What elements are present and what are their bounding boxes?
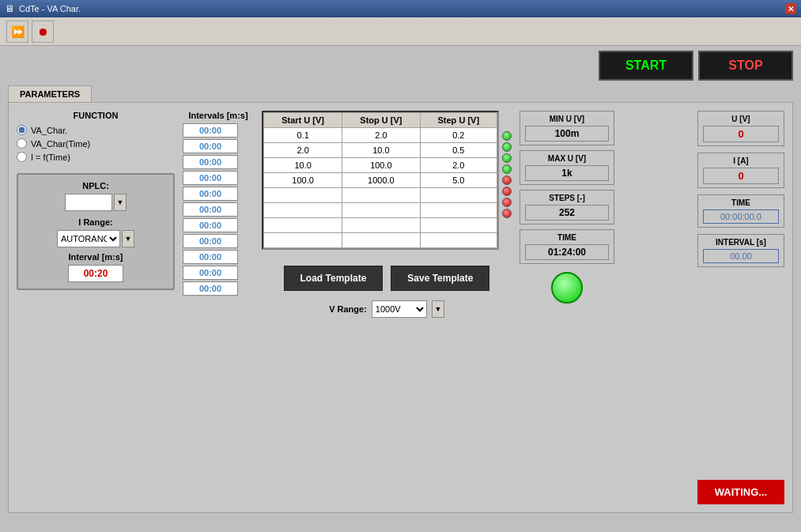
u-reading-label: U [V] (703, 115, 779, 123)
cell-step-3: 5.0 (420, 173, 497, 188)
waiting-button[interactable]: WAITING... (697, 480, 784, 504)
interval-item-1[interactable]: 00:00 (183, 139, 238, 153)
radio-va-char-time-label: VA_Char(Time) (31, 139, 90, 149)
interval-list: 00:00 00:00 00:00 00:00 00:00 00:00 00:0… (183, 123, 254, 296)
nplc-spinner[interactable]: ▼ (114, 194, 127, 211)
col-stop-u: Stop U [V] (342, 113, 420, 128)
steps-label: STEPS [-] (525, 194, 609, 202)
table-row[interactable]: 0.1 2.0 0.2 (264, 128, 497, 143)
cell-step-7 (420, 233, 497, 248)
title-bar: 🖥 CdTe - VA Char. ✕ (0, 0, 801, 17)
time-reading-value: 00:00:00.0 (703, 209, 779, 224)
i-reading-box: I [A] 0 (697, 153, 784, 188)
radio-i-f-time-label: I = f(Time) (31, 153, 70, 162)
cell-stop-2: 100.0 (342, 158, 420, 173)
toolbar-forward-btn[interactable]: ⏩ (6, 21, 28, 43)
radio-va-char[interactable]: VA_Char. (17, 125, 175, 135)
toolbar-stop-btn[interactable]: ⏺ (32, 21, 54, 43)
intervals-header: Intervals [m:s] (183, 111, 254, 120)
table-row[interactable]: 100.0 1000.0 5.0 (264, 173, 497, 188)
radio-va-char-time-input[interactable] (17, 138, 27, 149)
cell-stop-1: 10.0 (342, 143, 420, 158)
vrange-arrow[interactable]: ▼ (432, 300, 444, 318)
min-u-label: MIN U [V] (525, 115, 609, 123)
interval-item-4[interactable]: 00:00 (183, 187, 238, 201)
irange-select[interactable]: AUTORANG (57, 230, 120, 247)
cell-start-7 (264, 233, 342, 248)
interval-item-2[interactable]: 00:00 (183, 155, 238, 169)
u-reading-value: 0 (703, 126, 779, 142)
interval-reading-label: INTERVAL [s] (703, 238, 779, 247)
interval-value[interactable]: 00:20 (68, 265, 123, 282)
start-button[interactable]: START (599, 51, 693, 81)
save-template-button[interactable]: Save Template (391, 266, 489, 291)
cell-start-4 (264, 188, 342, 203)
radio-i-f-time[interactable]: I = f(Time) (17, 152, 175, 162)
indicator-7 (502, 209, 512, 218)
vrange-select[interactable]: 1000V (372, 300, 427, 318)
interval-reading-box: INTERVAL [s] 00.00 (697, 234, 784, 267)
top-bar: START STOP (8, 51, 793, 81)
vrange-label: V Range: (329, 304, 367, 314)
table-row[interactable]: 10.0 100.0 2.0 (264, 158, 497, 173)
radio-va-char-time[interactable]: VA_Char(Time) (17, 138, 175, 149)
stop-button[interactable]: STOP (698, 51, 793, 81)
min-u-value[interactable]: 100m (525, 126, 609, 141)
readings-section: U [V] 0 I [A] 0 TIME 00:00:00.0 INTERVAL… (697, 111, 784, 504)
parameters-panel: FUNCTION VA_Char. VA_Char(Time) I = f(Ti… (8, 102, 793, 513)
cell-stop-4 (342, 188, 420, 203)
nplc-box: NPLC: 1 ▼ I Range: AUTORANG ▼ Interval [… (17, 173, 175, 290)
cell-step-2: 2.0 (420, 158, 497, 173)
indicator-2 (502, 153, 512, 163)
steps-group: STEPS [-] 252 (520, 190, 614, 224)
table-row[interactable] (264, 188, 497, 203)
time-value[interactable]: 01:24:00 (525, 244, 609, 260)
template-buttons: Load Template Save Template (284, 266, 490, 291)
indicator-4 (502, 175, 512, 185)
table-row[interactable]: 2.0 10.0 0.5 (264, 143, 497, 158)
tab-bar: PARAMETERS (8, 85, 793, 102)
i-reading-label: I [A] (703, 157, 779, 165)
table-row[interactable] (264, 203, 497, 218)
interval-item-10[interactable]: 00:00 (183, 281, 238, 296)
radio-va-char-input[interactable] (17, 125, 27, 135)
time-label: TIME (525, 233, 609, 242)
tab-parameters[interactable]: PARAMETERS (8, 85, 92, 102)
indicator-1 (502, 142, 512, 152)
right-controls: MIN U [V] 100m MAX U [V] 1k STEPS [-] 25… (520, 111, 614, 504)
table-row[interactable] (264, 233, 497, 248)
interval-item-9[interactable]: 00:00 (183, 266, 238, 280)
indicator-0 (502, 131, 512, 141)
radio-i-f-time-input[interactable] (17, 152, 27, 162)
toolbar: ⏩ ⏺ (0, 17, 801, 46)
radio-va-char-label: VA_Char. (31, 126, 67, 135)
interval-item-7[interactable]: 00:00 (183, 234, 238, 248)
interval-item-6[interactable]: 00:00 (183, 218, 238, 232)
min-u-group: MIN U [V] 100m (520, 111, 614, 145)
function-label: FUNCTION (17, 111, 175, 120)
max-u-label: MAX U [V] (525, 154, 609, 163)
col-step-u: Step U [V] (420, 113, 497, 128)
nplc-input[interactable]: 1 (65, 194, 112, 211)
cell-stop-5 (342, 203, 420, 218)
indicator-6 (502, 198, 512, 207)
time-reading-label: TIME (703, 198, 779, 207)
interval-item-5[interactable]: 00:00 (183, 202, 238, 217)
cell-stop-0: 2.0 (342, 128, 420, 143)
load-template-button[interactable]: Load Template (284, 266, 383, 291)
center-section: Start U [V] Stop U [V] Step U [V] 0.1 2.… (262, 111, 512, 504)
interval-item-3[interactable]: 00:00 (183, 171, 238, 185)
table-row[interactable] (264, 218, 497, 233)
interval-item-8[interactable]: 00:00 (183, 250, 238, 264)
irange-arrow[interactable]: ▼ (122, 230, 134, 247)
stop-icon: ⏺ (37, 25, 48, 38)
max-u-value[interactable]: 1k (525, 165, 609, 181)
cell-stop-6 (342, 218, 420, 233)
cell-step-6 (420, 218, 497, 233)
nplc-label: NPLC: (25, 181, 167, 191)
steps-value[interactable]: 252 (525, 205, 609, 221)
voltage-table: Start U [V] Stop U [V] Step U [V] 0.1 2.… (263, 112, 497, 248)
close-button[interactable]: ✕ (785, 3, 796, 14)
interval-item-0[interactable]: 00:00 (183, 123, 238, 138)
status-indicator-large (551, 272, 583, 304)
